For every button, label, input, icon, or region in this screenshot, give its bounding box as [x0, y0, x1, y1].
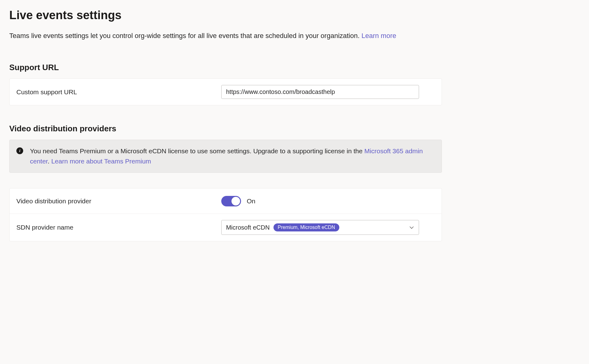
- premium-info-text: You need Teams Premium or a Microsoft eC…: [30, 146, 435, 166]
- custom-support-url-label: Custom support URL: [16, 88, 221, 96]
- sdn-provider-selected-value: Microsoft eCDN: [226, 224, 269, 231]
- toggle-thumb: [231, 197, 240, 205]
- learn-more-link[interactable]: Learn more: [362, 32, 396, 40]
- support-url-card: Custom support URL: [9, 78, 442, 105]
- sdn-provider-label: SDN provider name: [16, 224, 221, 231]
- support-url-section-title: Support URL: [9, 63, 442, 72]
- teams-premium-learn-more-link[interactable]: Learn more about Teams Premium: [51, 158, 151, 165]
- video-provider-toggle-label: Video distribution provider: [16, 197, 221, 205]
- sdn-provider-dropdown[interactable]: Microsoft eCDN Premium, Microsoft eCDN: [221, 220, 419, 235]
- video-providers-section-title: Video distribution providers: [9, 124, 442, 133]
- custom-support-url-row: Custom support URL: [10, 79, 442, 105]
- page-description: Teams live events settings let you contr…: [9, 31, 417, 41]
- video-provider-toggle-row: Video distribution provider On: [10, 188, 442, 214]
- video-providers-card: Video distribution provider On SDN provi…: [9, 188, 442, 241]
- banner-text-mid: .: [48, 158, 51, 165]
- video-provider-toggle[interactable]: [221, 196, 241, 206]
- sdn-provider-badge: Premium, Microsoft eCDN: [273, 223, 340, 231]
- video-provider-toggle-state: On: [247, 197, 255, 205]
- custom-support-url-input[interactable]: [221, 85, 419, 99]
- premium-info-banner: i You need Teams Premium or a Microsoft …: [9, 140, 442, 173]
- page-title: Live events settings: [9, 9, 442, 22]
- info-icon: i: [16, 147, 23, 154]
- sdn-provider-row: SDN provider name Microsoft eCDN Premium…: [10, 214, 442, 241]
- banner-text-pre: You need Teams Premium or a Microsoft eC…: [30, 147, 364, 154]
- page-description-text: Teams live events settings let you contr…: [9, 32, 362, 40]
- chevron-down-icon: [409, 225, 414, 230]
